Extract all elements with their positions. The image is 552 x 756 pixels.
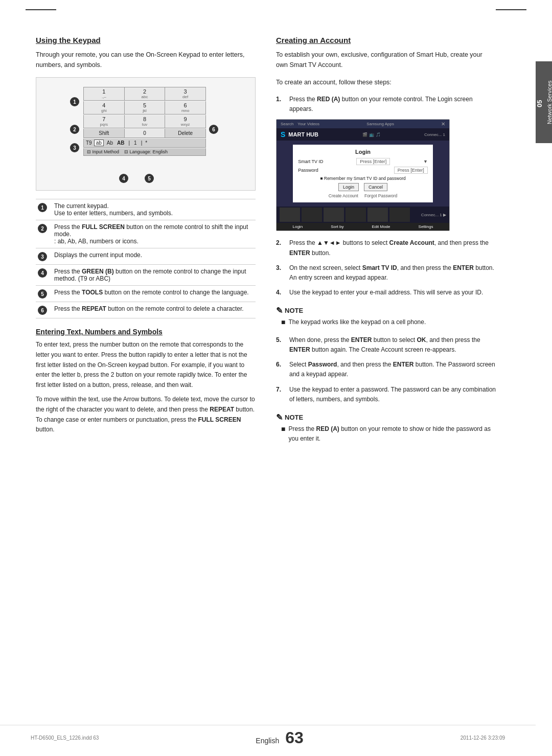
main-content: Using the Keypad Through your remote, yo… bbox=[0, 20, 536, 467]
annotation-row-3: 3 Displays the current input mode. bbox=[36, 248, 256, 265]
key-asterisk: * bbox=[145, 140, 147, 146]
key-4-letters: ghi bbox=[84, 108, 124, 113]
hub-connect-label: Connec... 1 bbox=[424, 132, 445, 137]
bottom-btn-editmode: Edit Mode bbox=[372, 224, 390, 229]
note-1-bullet: ■ bbox=[281, 317, 285, 327]
step-3: 3. On the next screen, select Smart TV I… bbox=[276, 263, 496, 283]
key-1-small: 1 bbox=[133, 140, 138, 146]
key-9-letters: wxyz bbox=[165, 122, 205, 127]
thumb-6 bbox=[389, 208, 410, 222]
key-1-letters: .,– bbox=[84, 95, 124, 99]
entering-text-title: Entering Text, Numbers and Symbols bbox=[36, 328, 256, 336]
thumb-5 bbox=[367, 208, 388, 222]
footer-right: 2011-12-26 3:23:09 bbox=[461, 735, 505, 741]
page-number: 63 bbox=[285, 729, 304, 746]
entering-text-body1: To enter text, press the number button o… bbox=[36, 340, 256, 391]
cancel-btn[interactable]: Cancel bbox=[364, 183, 387, 191]
page-num-area: English 63 bbox=[256, 729, 304, 746]
login-screen-your-videos: Your Videos bbox=[297, 122, 319, 126]
key-3: 3 bbox=[165, 88, 205, 95]
step-1-num: 1. bbox=[276, 95, 285, 114]
key-8-letters: tuv bbox=[125, 122, 165, 127]
bottom-btn-login: Login bbox=[293, 224, 303, 229]
chapter-title: Network Services bbox=[546, 80, 553, 124]
note-2-bullet: ■ bbox=[281, 424, 285, 443]
callout-3-circle: 3 bbox=[70, 143, 82, 152]
key-6: 6 bbox=[165, 102, 205, 108]
using-keypad-title: Using the Keypad bbox=[36, 36, 256, 44]
note-box-2: ✎ NOTE ■ Press the RED (A) button on you… bbox=[276, 409, 496, 446]
login-modal-title: Login bbox=[298, 149, 428, 155]
page-footer: HT-D6500_ELS_1226.indd 63 English 63 201… bbox=[0, 725, 536, 746]
annot-text-1: The current keypad.Use to enter letters,… bbox=[52, 199, 256, 220]
callout-4-circle: 4 bbox=[119, 174, 131, 183]
key-AB: AB bbox=[116, 140, 125, 146]
annot-circle-6: 6 bbox=[38, 306, 47, 315]
hub-icon-1: 🎬 bbox=[362, 132, 367, 137]
annotation-row-5: 5 Press the TOOLS button on the remote c… bbox=[36, 286, 256, 302]
step-4: 4. Use the keypad to enter your e-mail a… bbox=[276, 288, 496, 297]
step-4-num: 4. bbox=[276, 288, 285, 297]
bottom-btn-sortby: Sort by bbox=[331, 224, 343, 229]
annotation-row-4: 4 Press the GREEN (B) button on the remo… bbox=[36, 265, 256, 286]
bottom-btn-settings: Settings bbox=[419, 224, 433, 229]
top-decorative-lines bbox=[26, 9, 526, 10]
annot-text-4: Press the GREEN (B) button on the remote… bbox=[52, 265, 256, 286]
annot-text-2: Press the FULL SCREEN button on the remo… bbox=[52, 220, 256, 248]
callout-5-label: 5 bbox=[145, 174, 154, 183]
side-tab: 05 Network Services bbox=[536, 61, 552, 143]
callout-4-label: 4 bbox=[119, 174, 128, 183]
callout-5-circle: 5 bbox=[145, 174, 157, 183]
key-delete: Delete bbox=[165, 129, 206, 138]
key-2: 2 bbox=[125, 88, 165, 95]
note-1-title: NOTE bbox=[285, 307, 303, 314]
field1-label: Smart TV ID bbox=[298, 159, 323, 164]
key-3-letters: def bbox=[165, 95, 205, 99]
key-1: 1 bbox=[84, 88, 124, 95]
key-t9: T9 bbox=[86, 140, 92, 146]
thumb-2 bbox=[302, 208, 322, 222]
left-column: Using the Keypad Through your remote, yo… bbox=[36, 36, 256, 451]
forgot-password-link[interactable]: Forgot Password bbox=[364, 193, 397, 198]
step-6: 6. Select Password, and then press the E… bbox=[276, 360, 496, 379]
step-4-text: Use the keypad to enter your e-mail addr… bbox=[289, 288, 496, 297]
step-5: 5. When done, press the ENTER button to … bbox=[276, 335, 496, 355]
language-label: ⊟ Language: English bbox=[124, 149, 168, 154]
field2-label: Password bbox=[298, 168, 318, 173]
annotation-row-6: 6 Press the REPEAT button on the remote … bbox=[36, 302, 256, 318]
step-6-text: Select Password, and then press the ENTE… bbox=[289, 360, 496, 379]
annotation-row-2: 2 Press the FULL SCREEN button on the re… bbox=[36, 220, 256, 248]
field1-value: Press [Enter] bbox=[356, 158, 390, 165]
callout-6-label: 6 bbox=[209, 125, 218, 134]
annot-text-5: Press the TOOLS button on the remote con… bbox=[52, 286, 256, 302]
annotation-table: 1 The current keypad.Use to enter letter… bbox=[36, 199, 256, 318]
create-account-link[interactable]: Create Account bbox=[329, 193, 358, 198]
login-screen-close: ✕ bbox=[441, 121, 445, 127]
note-1-item-1: ■ The keypad works like the keypad on a … bbox=[276, 317, 496, 327]
field2-value: Press [Enter] bbox=[394, 167, 428, 174]
key-4: 4 bbox=[84, 102, 124, 108]
callout-2-circle: 2 bbox=[70, 125, 82, 134]
step-2: 2. Press the ▲▼◄► buttons to select Crea… bbox=[276, 238, 496, 258]
note-icon-1: ✎ bbox=[276, 306, 283, 315]
key-9: 9 bbox=[165, 116, 205, 122]
step-3-num: 3. bbox=[276, 263, 285, 283]
step-7: 7. Use the keypad to enter a password. T… bbox=[276, 385, 496, 404]
note-2-title: NOTE bbox=[285, 414, 303, 421]
note-2-header: ✎ NOTE bbox=[276, 413, 496, 422]
note-icon-2: ✎ bbox=[276, 413, 283, 422]
annot-circle-3: 3 bbox=[38, 252, 47, 261]
annot-text-6: Press the REPEAT button on the remote co… bbox=[52, 302, 256, 318]
key-Ab: Ab bbox=[106, 140, 114, 146]
key-shift: Shift bbox=[83, 129, 125, 138]
callout-1-label: 1 bbox=[70, 97, 79, 106]
creating-account-title: Creating an Account bbox=[276, 36, 496, 44]
note-1-text: The keypad works like the keypad on a ce… bbox=[288, 317, 426, 327]
callout-2-label: 2 bbox=[70, 125, 79, 134]
annotation-row-1: 1 The current keypad.Use to enter letter… bbox=[36, 199, 256, 220]
key-ab: ab bbox=[94, 140, 104, 146]
login-btn[interactable]: Login bbox=[338, 183, 359, 191]
annot-circle-1: 1 bbox=[38, 203, 47, 212]
footer-left: HT-D6500_ELS_1226.indd 63 bbox=[31, 735, 99, 741]
using-keypad-intro: Through your remote, you can use the On-… bbox=[36, 50, 256, 70]
